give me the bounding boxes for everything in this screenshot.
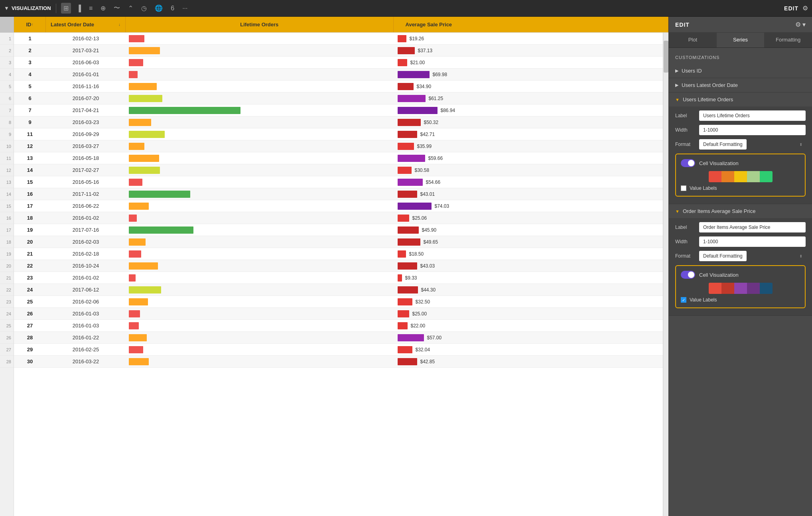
price-label-input[interactable] <box>699 222 806 232</box>
table-row[interactable]: 212016-02-18$18.50 <box>14 248 663 260</box>
header-price[interactable]: Average Sale Price <box>394 17 669 32</box>
price-value: $19.26 <box>410 36 430 41</box>
cell-viz-toggle-row-lifetime: Cell Visualization <box>681 159 800 167</box>
table-row[interactable]: 172016-06-22$74.03 <box>14 200 663 212</box>
table-row[interactable]: 272016-01-03$22.00 <box>14 320 663 332</box>
avg-price-header[interactable]: ▼ Order Items Average Sale Price <box>669 204 812 218</box>
line-chart-icon[interactable]: 〜 <box>111 2 122 14</box>
lifetime-label-input[interactable] <box>699 110 806 121</box>
users-latest-header[interactable]: ▶ Users Latest Order Date <box>669 78 812 92</box>
number-icon[interactable]: 6 <box>168 3 177 14</box>
row-number: 4 <box>0 69 14 81</box>
cell-price: $44.30 <box>394 286 663 293</box>
table-row[interactable]: 12016-02-13$19.26 <box>14 33 663 45</box>
table-row[interactable]: 202016-02-03$49.65 <box>14 236 663 248</box>
cell-orders <box>126 310 394 317</box>
cell-viz-toggle-lifetime[interactable] <box>681 159 695 167</box>
table-row[interactable]: 92016-03-23$50.32 <box>14 116 663 128</box>
settings-icon[interactable]: ⚙ <box>802 4 808 12</box>
cell-id: 20 <box>14 239 46 245</box>
cell-date: 2017-02-27 <box>46 167 126 173</box>
price-bar <box>398 322 408 329</box>
dropdown-arrow-icon[interactable]: ▼ <box>4 5 9 11</box>
table-row[interactable]: 252016-02-06$32.50 <box>14 296 663 308</box>
price-value: $86.94 <box>441 108 461 113</box>
tab-plot[interactable]: Plot <box>669 33 717 47</box>
price-bar <box>398 95 426 102</box>
toolbar-right: EDIT ⚙ <box>784 4 808 12</box>
price-format-select[interactable]: Default Formatting <box>699 251 747 261</box>
lifetime-orders-header[interactable]: ▼ Users Lifetime Orders <box>669 93 812 106</box>
panel-gear-icon[interactable]: ⚙ ▾ <box>795 21 806 28</box>
orders-bar <box>129 167 160 174</box>
table-row[interactable]: 32016-06-03$21.00 <box>14 57 663 69</box>
header-date[interactable]: Latest Order Date ↓ <box>46 17 126 32</box>
table-row[interactable]: 182016-01-02$25.06 <box>14 212 663 224</box>
scrollbar[interactable] <box>663 33 668 516</box>
table-row[interactable]: 292016-02-25$32.04 <box>14 344 663 356</box>
cell-price: $69.98 <box>394 71 663 78</box>
column-chart-icon[interactable]: ≡ <box>87 3 95 14</box>
header-id[interactable]: ID ↑ <box>14 17 46 32</box>
sort-asc-icon: ↑ <box>32 22 34 27</box>
header-orders[interactable]: Lifetime Orders <box>126 17 394 32</box>
area-chart-icon[interactable]: ⌃ <box>126 3 136 14</box>
table-row[interactable]: 152016-05-16$54.66 <box>14 176 663 188</box>
scatter-icon[interactable]: ⊕ <box>98 3 108 14</box>
row-number: 25 <box>0 320 14 332</box>
table-row[interactable]: 162017-11-02$43.01 <box>14 188 663 200</box>
table-row[interactable]: 242017-06-12$44.30 <box>14 284 663 296</box>
format-select-wrapper: Default Formatting ⬍ <box>699 139 806 150</box>
lifetime-format-select[interactable]: Default Formatting <box>699 139 747 150</box>
table-row[interactable]: 42016-01-01$69.98 <box>14 69 663 81</box>
table-row[interactable]: 302016-03-22$42.85 <box>14 356 663 368</box>
value-labels-checkbox-price[interactable]: ✓ <box>681 297 686 303</box>
color-bar-price[interactable] <box>709 283 773 294</box>
price-format-select-wrapper: Default Formatting ⬍ <box>699 251 806 261</box>
orders-bar <box>129 334 147 341</box>
bar-chart-icon[interactable]: ▐ <box>74 3 83 14</box>
users-id-title: Users ID <box>682 68 702 74</box>
price-value: $61.25 <box>429 96 449 101</box>
scroll-thumb[interactable] <box>664 41 668 73</box>
price-value: $42.85 <box>420 359 440 364</box>
table-row[interactable]: 192017-07-16$45.90 <box>14 224 663 236</box>
price-bar <box>398 59 407 66</box>
table-row[interactable]: 112016-09-29$42.71 <box>14 128 663 140</box>
lifetime-width-input[interactable] <box>699 125 806 135</box>
color-segment <box>760 171 773 182</box>
map-icon[interactable]: 🌐 <box>152 3 165 14</box>
table-row[interactable]: 122016-03-27$35.99 <box>14 140 663 152</box>
table-row[interactable]: 132016-05-18$59.66 <box>14 152 663 164</box>
cell-viz-toggle-price[interactable] <box>681 271 695 279</box>
table-view-icon[interactable]: ⊞ <box>61 3 71 14</box>
price-value: $44.30 <box>421 287 441 293</box>
table-row[interactable]: 72017-04-21$86.94 <box>14 104 663 116</box>
color-bar-lifetime[interactable] <box>709 171 773 182</box>
cell-date: 2016-10-24 <box>46 263 126 269</box>
cell-date: 2016-03-22 <box>46 358 126 364</box>
table-row[interactable]: 22017-03-21$37.13 <box>14 45 663 57</box>
cell-id: 18 <box>14 215 46 221</box>
cell-orders <box>126 47 394 54</box>
price-width-input[interactable] <box>699 236 806 247</box>
cell-id: 27 <box>14 323 46 329</box>
table-row[interactable]: 222016-10-24$43.03 <box>14 260 663 272</box>
cell-orders <box>126 191 394 198</box>
more-icon[interactable]: ··· <box>180 3 190 14</box>
table-row[interactable]: 232016-01-02$9.33 <box>14 272 663 284</box>
tab-series[interactable]: Series <box>717 33 765 47</box>
table-row[interactable]: 62016-07-20$61.25 <box>14 93 663 104</box>
orders-bar <box>129 119 151 126</box>
users-id-header[interactable]: ▶ Users ID <box>669 64 812 78</box>
table-row[interactable]: 142017-02-27$30.58 <box>14 164 663 176</box>
table-row[interactable]: 282016-01-22$57.00 <box>14 332 663 344</box>
clock-icon[interactable]: ◷ <box>139 3 149 14</box>
value-labels-checkbox-lifetime[interactable] <box>681 185 686 191</box>
table-row[interactable]: 262016-01-03$25.00 <box>14 308 663 320</box>
tab-formatting[interactable]: Formatting <box>764 33 812 47</box>
table-row[interactable]: 52016-11-16$34.90 <box>14 81 663 93</box>
cell-orders <box>126 131 394 138</box>
row-numbers: 1234567891011121314151617181920212223242… <box>0 33 14 516</box>
row-number: 27 <box>0 344 14 356</box>
